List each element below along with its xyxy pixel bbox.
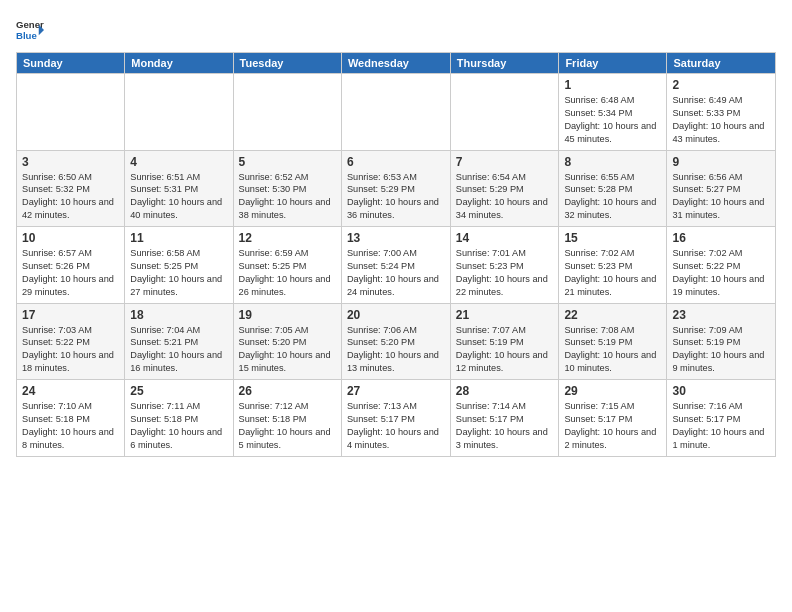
day-info: Sunrise: 6:56 AM Sunset: 5:27 PM Dayligh… [672,171,770,223]
calendar-cell: 12Sunrise: 6:59 AM Sunset: 5:25 PM Dayli… [233,227,341,304]
day-info: Sunrise: 7:12 AM Sunset: 5:18 PM Dayligh… [239,400,336,452]
column-header-saturday: Saturday [667,53,776,74]
calendar-cell: 11Sunrise: 6:58 AM Sunset: 5:25 PM Dayli… [125,227,233,304]
calendar-cell: 7Sunrise: 6:54 AM Sunset: 5:29 PM Daylig… [450,150,559,227]
day-info: Sunrise: 7:07 AM Sunset: 5:19 PM Dayligh… [456,324,554,376]
calendar-cell: 16Sunrise: 7:02 AM Sunset: 5:22 PM Dayli… [667,227,776,304]
day-info: Sunrise: 7:15 AM Sunset: 5:17 PM Dayligh… [564,400,661,452]
day-info: Sunrise: 7:14 AM Sunset: 5:17 PM Dayligh… [456,400,554,452]
day-info: Sunrise: 7:10 AM Sunset: 5:18 PM Dayligh… [22,400,119,452]
column-header-thursday: Thursday [450,53,559,74]
calendar-cell: 10Sunrise: 6:57 AM Sunset: 5:26 PM Dayli… [17,227,125,304]
day-info: Sunrise: 7:06 AM Sunset: 5:20 PM Dayligh… [347,324,445,376]
day-info: Sunrise: 7:05 AM Sunset: 5:20 PM Dayligh… [239,324,336,376]
calendar-cell: 1Sunrise: 6:48 AM Sunset: 5:34 PM Daylig… [559,74,667,151]
calendar-cell: 2Sunrise: 6:49 AM Sunset: 5:33 PM Daylig… [667,74,776,151]
day-number: 7 [456,155,554,169]
day-number: 1 [564,78,661,92]
day-info: Sunrise: 7:02 AM Sunset: 5:22 PM Dayligh… [672,247,770,299]
calendar-cell: 20Sunrise: 7:06 AM Sunset: 5:20 PM Dayli… [341,303,450,380]
calendar-cell: 18Sunrise: 7:04 AM Sunset: 5:21 PM Dayli… [125,303,233,380]
calendar-cell [233,74,341,151]
calendar-cell: 28Sunrise: 7:14 AM Sunset: 5:17 PM Dayli… [450,380,559,457]
day-number: 21 [456,308,554,322]
calendar-cell: 19Sunrise: 7:05 AM Sunset: 5:20 PM Dayli… [233,303,341,380]
day-info: Sunrise: 7:04 AM Sunset: 5:21 PM Dayligh… [130,324,227,376]
calendar-cell [341,74,450,151]
day-number: 23 [672,308,770,322]
calendar-cell: 29Sunrise: 7:15 AM Sunset: 5:17 PM Dayli… [559,380,667,457]
calendar-cell: 23Sunrise: 7:09 AM Sunset: 5:19 PM Dayli… [667,303,776,380]
day-info: Sunrise: 6:50 AM Sunset: 5:32 PM Dayligh… [22,171,119,223]
day-info: Sunrise: 7:13 AM Sunset: 5:17 PM Dayligh… [347,400,445,452]
calendar-cell: 21Sunrise: 7:07 AM Sunset: 5:19 PM Dayli… [450,303,559,380]
day-number: 12 [239,231,336,245]
day-info: Sunrise: 6:55 AM Sunset: 5:28 PM Dayligh… [564,171,661,223]
column-header-monday: Monday [125,53,233,74]
calendar-cell [450,74,559,151]
day-info: Sunrise: 6:59 AM Sunset: 5:25 PM Dayligh… [239,247,336,299]
day-info: Sunrise: 6:52 AM Sunset: 5:30 PM Dayligh… [239,171,336,223]
day-info: Sunrise: 7:00 AM Sunset: 5:24 PM Dayligh… [347,247,445,299]
calendar-cell: 5Sunrise: 6:52 AM Sunset: 5:30 PM Daylig… [233,150,341,227]
calendar-week-2: 3Sunrise: 6:50 AM Sunset: 5:32 PM Daylig… [17,150,776,227]
calendar-cell: 6Sunrise: 6:53 AM Sunset: 5:29 PM Daylig… [341,150,450,227]
calendar-week-5: 24Sunrise: 7:10 AM Sunset: 5:18 PM Dayli… [17,380,776,457]
calendar-cell: 3Sunrise: 6:50 AM Sunset: 5:32 PM Daylig… [17,150,125,227]
calendar-cell: 4Sunrise: 6:51 AM Sunset: 5:31 PM Daylig… [125,150,233,227]
calendar-cell: 13Sunrise: 7:00 AM Sunset: 5:24 PM Dayli… [341,227,450,304]
day-number: 16 [672,231,770,245]
calendar-header-row: SundayMondayTuesdayWednesdayThursdayFrid… [17,53,776,74]
day-number: 9 [672,155,770,169]
svg-text:Blue: Blue [16,30,37,41]
day-number: 26 [239,384,336,398]
calendar-cell [125,74,233,151]
calendar-week-3: 10Sunrise: 6:57 AM Sunset: 5:26 PM Dayli… [17,227,776,304]
calendar-cell: 22Sunrise: 7:08 AM Sunset: 5:19 PM Dayli… [559,303,667,380]
day-info: Sunrise: 7:09 AM Sunset: 5:19 PM Dayligh… [672,324,770,376]
day-number: 27 [347,384,445,398]
day-number: 14 [456,231,554,245]
day-number: 4 [130,155,227,169]
logo: General Blue [16,16,44,44]
day-number: 30 [672,384,770,398]
day-number: 5 [239,155,336,169]
page-header: General Blue [16,16,776,44]
calendar-cell: 9Sunrise: 6:56 AM Sunset: 5:27 PM Daylig… [667,150,776,227]
column-header-sunday: Sunday [17,53,125,74]
calendar-cell: 15Sunrise: 7:02 AM Sunset: 5:23 PM Dayli… [559,227,667,304]
calendar-cell: 8Sunrise: 6:55 AM Sunset: 5:28 PM Daylig… [559,150,667,227]
day-number: 2 [672,78,770,92]
day-number: 19 [239,308,336,322]
day-info: Sunrise: 6:57 AM Sunset: 5:26 PM Dayligh… [22,247,119,299]
day-info: Sunrise: 6:48 AM Sunset: 5:34 PM Dayligh… [564,94,661,146]
day-number: 25 [130,384,227,398]
logo-icon: General Blue [16,16,44,44]
day-number: 6 [347,155,445,169]
column-header-wednesday: Wednesday [341,53,450,74]
day-number: 20 [347,308,445,322]
calendar-cell: 30Sunrise: 7:16 AM Sunset: 5:17 PM Dayli… [667,380,776,457]
day-number: 3 [22,155,119,169]
day-info: Sunrise: 7:11 AM Sunset: 5:18 PM Dayligh… [130,400,227,452]
calendar-cell: 24Sunrise: 7:10 AM Sunset: 5:18 PM Dayli… [17,380,125,457]
day-info: Sunrise: 7:08 AM Sunset: 5:19 PM Dayligh… [564,324,661,376]
day-info: Sunrise: 6:58 AM Sunset: 5:25 PM Dayligh… [130,247,227,299]
day-info: Sunrise: 7:03 AM Sunset: 5:22 PM Dayligh… [22,324,119,376]
day-number: 8 [564,155,661,169]
calendar-week-4: 17Sunrise: 7:03 AM Sunset: 5:22 PM Dayli… [17,303,776,380]
day-info: Sunrise: 6:49 AM Sunset: 5:33 PM Dayligh… [672,94,770,146]
calendar-cell: 14Sunrise: 7:01 AM Sunset: 5:23 PM Dayli… [450,227,559,304]
day-number: 11 [130,231,227,245]
day-number: 10 [22,231,119,245]
day-number: 13 [347,231,445,245]
calendar-week-1: 1Sunrise: 6:48 AM Sunset: 5:34 PM Daylig… [17,74,776,151]
day-info: Sunrise: 7:01 AM Sunset: 5:23 PM Dayligh… [456,247,554,299]
column-header-friday: Friday [559,53,667,74]
day-number: 18 [130,308,227,322]
calendar-cell: 17Sunrise: 7:03 AM Sunset: 5:22 PM Dayli… [17,303,125,380]
day-info: Sunrise: 7:16 AM Sunset: 5:17 PM Dayligh… [672,400,770,452]
day-info: Sunrise: 6:54 AM Sunset: 5:29 PM Dayligh… [456,171,554,223]
column-header-tuesday: Tuesday [233,53,341,74]
day-number: 17 [22,308,119,322]
